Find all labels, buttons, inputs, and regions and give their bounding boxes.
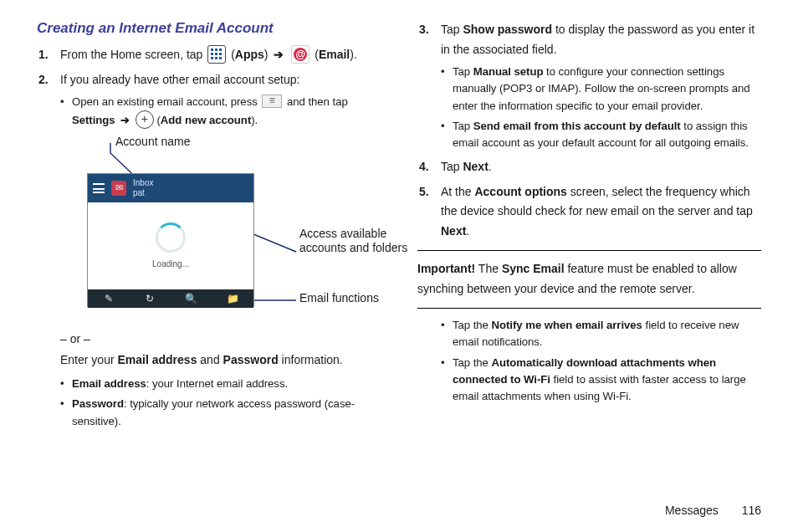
callout-account-name: Account name [115, 135, 191, 148]
phone-screenshot: ✉ Inbox pat Loading... ✎ ↻ 🔍 📁 [87, 173, 254, 307]
s3b2-sd: Send email from this account by default [473, 120, 681, 132]
s3b1-pre: Tap [453, 65, 473, 78]
page-footer: Messages 116 [665, 504, 761, 517]
apps-label: Apps [235, 48, 264, 61]
s5-post: . [466, 224, 469, 238]
s4-post: . [489, 160, 492, 173]
step1-text-a: From the Home screen, tap [60, 48, 206, 61]
tail-bullet-autodownload: Tap the Automatically download attachmen… [441, 355, 761, 406]
tb1-nf: Notify me when email arrives [492, 319, 642, 331]
el-and: and [197, 353, 223, 366]
bb-label: Password [72, 397, 124, 410]
bullet-email-address: Email address: your Internet email addre… [60, 376, 381, 392]
step3-bullet-default: Tap Send email from this account by defa… [441, 118, 761, 152]
plus-circle-icon [136, 110, 154, 129]
s4-next: Next [463, 160, 488, 173]
imp-se: Sync Email [502, 262, 565, 275]
el-post: information. [279, 353, 343, 366]
or-divider: – or – [60, 332, 381, 345]
s3-pre: Tap [441, 23, 463, 36]
enter-credentials-line: Enter your Email address and Password in… [60, 350, 381, 369]
drawer-icon [93, 183, 105, 193]
search-icon: 🔍 [171, 289, 212, 308]
page-number: 116 [742, 504, 761, 517]
el-pre: Enter your [60, 353, 117, 366]
tail-bullet-notify: Tap the Notify me when email arrives fie… [441, 317, 761, 351]
ba-label: Email address [72, 377, 146, 390]
loading-text: Loading... [152, 259, 189, 269]
mail-icon: ✉ [111, 181, 126, 196]
important-note: Important! The Sync Email feature must b… [417, 259, 761, 299]
compose-icon: ✎ [88, 289, 130, 308]
callout-access: Access available accounts and folders [299, 227, 408, 256]
el-ea: Email address [117, 353, 197, 366]
s5-next: Next [441, 224, 466, 238]
folder-icon: 📁 [212, 289, 254, 308]
loading-spinner-icon [156, 223, 186, 253]
s5-pre: At the [441, 185, 474, 198]
step2-b1b: and then tap [287, 95, 348, 108]
apps-grid-icon [207, 45, 226, 64]
email-app-icon [291, 45, 309, 64]
step-5: At the Account options screen, select th… [441, 182, 761, 242]
inbox-label: Inbox [133, 178, 153, 188]
ba-text: : your Internet email address. [146, 377, 288, 390]
s4-pre: Tap [441, 160, 463, 173]
s5-ao: Account options [474, 185, 566, 198]
s3-sp: Show password [463, 23, 552, 36]
step-2: If you already have other email account … [60, 70, 381, 130]
step2-b1a: Open an existing email account, press [72, 95, 260, 108]
settings-label: Settings [72, 114, 115, 126]
s3b2-pre: Tap [453, 120, 473, 132]
step-4: Tap Next. [441, 157, 761, 177]
arrow-icon: ➔ [274, 48, 284, 61]
footer-section: Messages [665, 504, 719, 517]
step-1: From the Home screen, tap (Apps) ➔ (Emai… [60, 45, 381, 65]
section-title: Creating an Internet Email Account [37, 20, 381, 37]
bullet-password: Password: typically your network access … [60, 396, 381, 430]
tb1-pre: Tap the [453, 319, 492, 331]
tb2-pre: Tap the [453, 356, 492, 369]
s3b1-ms: Manual setup [473, 65, 544, 78]
email-app-illustration: Account name Access available accounts a… [37, 135, 381, 327]
imp-pre: The [475, 262, 502, 275]
callout-email-functions: Email functions [299, 291, 379, 304]
step3-bullet-manual: Tap Manual setup to configure your conne… [441, 64, 761, 115]
menu-icon [262, 95, 282, 108]
add-new-account-label: Add new account [161, 114, 251, 126]
step-3: Tap Show password to display the passwor… [441, 20, 761, 152]
important-label: Important! [417, 262, 475, 275]
sync-icon: ↻ [130, 289, 171, 308]
divider [417, 308, 761, 309]
step2-text: If you already have other email account … [60, 73, 299, 86]
email-label: Email [319, 48, 350, 61]
account-pat-label: pat [133, 188, 153, 198]
divider [417, 250, 761, 251]
el-pw: Password [223, 353, 279, 366]
arrow-icon: ➔ [120, 114, 130, 126]
step2-bullet-1: Open an existing email account, press an… [60, 94, 381, 130]
